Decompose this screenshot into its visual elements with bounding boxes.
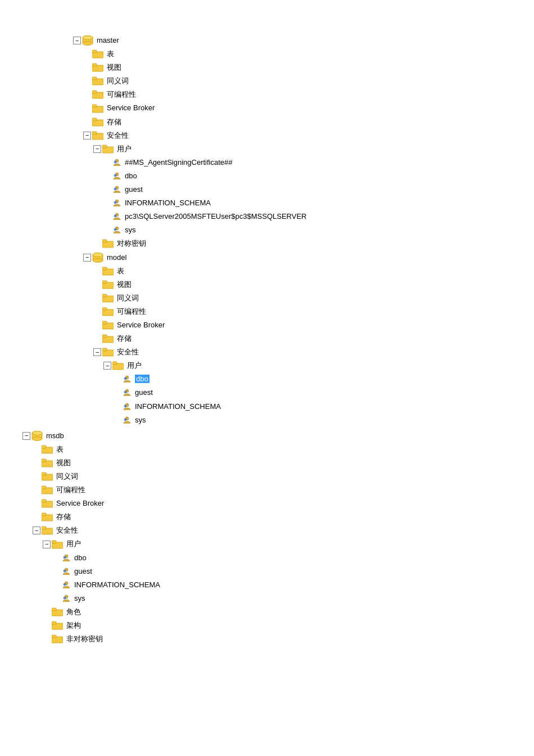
tree-node-model-users: − 用户 dbo guest INFORMATION_SCHEMA sys — [103, 359, 534, 426]
tree-row-msdbu1[interactable]: dbo — [53, 551, 534, 565]
tree-row-msdb-security[interactable]: − 安全性 — [33, 524, 534, 537]
node-label: 安全性 — [116, 346, 139, 358]
tree-row-msdb-synonym[interactable]: 同义词 — [33, 470, 534, 483]
expand-spacer — [114, 416, 121, 424]
tree-children: 表 视图 同义词 可编程性 Service Broker 存储− 安全性− 用户… — [93, 264, 534, 427]
tree-children: 表 视图 同义词 可编程性 Service Broker 存储− 安全性− 用户… — [83, 47, 534, 250]
collapse-btn[interactable]: − — [93, 348, 101, 356]
collapse-btn[interactable]: − — [83, 254, 91, 262]
svg-point-29 — [114, 201, 116, 204]
tree-row-master-users[interactable]: − 用户 — [93, 142, 534, 156]
folder-icon — [102, 145, 114, 154]
user-icon — [112, 226, 121, 235]
tree-row-mu6[interactable]: sys — [103, 223, 534, 237]
tree-row-mu1[interactable]: ##MS_AgentSigningCertificate## — [103, 156, 534, 169]
collapse-btn[interactable]: − — [73, 37, 81, 44]
tree-row-model[interactable]: − model — [83, 251, 534, 264]
tree-row-model-synonym[interactable]: 同义词 — [93, 291, 534, 305]
tree-row-model-prog[interactable]: 可编程性 — [93, 305, 534, 318]
collapse-btn[interactable]: − — [103, 362, 111, 370]
tree-row-master-synonym[interactable]: 同义词 — [83, 74, 534, 88]
expand-spacer — [53, 595, 61, 602]
tree-row-master-view[interactable]: 视图 — [83, 61, 534, 74]
node-label: guest — [124, 183, 143, 196]
tree-row-master-prog[interactable]: 可编程性 — [83, 88, 534, 101]
tree-row-msdb-view[interactable]: 视图 — [33, 456, 534, 470]
svg-rect-9 — [92, 64, 97, 66]
node-label: 表 — [55, 443, 64, 456]
tree-row-master-table[interactable]: 表 — [83, 47, 534, 61]
tree-row-master-symkey[interactable]: 对称密钥 — [93, 237, 534, 250]
tree-row-mu3[interactable]: guest — [103, 183, 534, 196]
svg-point-63 — [124, 405, 126, 407]
folder-icon — [52, 608, 63, 616]
node-label: 架构 — [65, 619, 81, 632]
tree-row-msdb-prog[interactable]: 可编程性 — [33, 483, 534, 497]
tree-row-msdb-table[interactable]: 表 — [33, 443, 534, 456]
tree-row-msdbu3[interactable]: INFORMATION_SCHEMA — [53, 578, 534, 592]
tree-row-model-users[interactable]: − 用户 — [103, 359, 534, 372]
svg-rect-21 — [102, 145, 107, 148]
tree-row-model-view[interactable]: 视图 — [93, 278, 534, 291]
node-label: INFORMATION_SCHEMA — [134, 400, 221, 413]
tree-row-msdbu4[interactable]: sys — [53, 592, 534, 605]
highlighted-label: dbo — [135, 375, 150, 383]
tree-row-mu2[interactable]: dbo — [103, 169, 534, 183]
tree-node-modu2: guest — [114, 386, 534, 399]
node-label: 视图 — [116, 278, 132, 291]
expand-spacer — [33, 486, 40, 494]
tree-row-master-sb[interactable]: Service Broker — [83, 101, 534, 115]
expand-spacer — [93, 267, 101, 275]
tree-node-modu3: INFORMATION_SCHEMA — [114, 400, 534, 413]
tree-row-model-table[interactable]: 表 — [93, 264, 534, 278]
node-label: dbo — [73, 552, 87, 564]
collapse-btn[interactable]: − — [43, 541, 51, 548]
tree-node-mu1: ##MS_AgentSigningCertificate## — [103, 156, 534, 169]
tree-row-msdb-asymkey[interactable]: 非对称密钥 — [43, 632, 534, 646]
node-label: guest — [134, 386, 153, 399]
tree-row-master-store[interactable]: 存储 — [83, 115, 534, 129]
node-label: 存储 — [106, 116, 121, 128]
tree-row-msdb[interactable]: − msdb — [22, 429, 534, 443]
tree-row-modu1[interactable]: dbo — [114, 372, 534, 386]
collapse-btn[interactable]: − — [22, 432, 30, 440]
folder-icon — [92, 63, 103, 72]
node-label: guest — [73, 565, 92, 578]
user-icon — [112, 158, 121, 167]
node-label: Service Broker — [55, 497, 104, 510]
tree-row-modu2[interactable]: guest — [114, 386, 534, 399]
node-label: 表 — [116, 265, 124, 277]
tree-row-model-security[interactable]: − 安全性 — [93, 345, 534, 359]
svg-rect-85 — [42, 526, 46, 529]
node-label: 视图 — [55, 457, 71, 469]
expand-spacer — [83, 77, 91, 85]
collapse-btn[interactable]: − — [33, 526, 40, 534]
tree-row-msdb-schema[interactable]: 架构 — [43, 619, 534, 632]
tree-row-mu5[interactable]: pc3\SQLServer2005MSFTEUser$pc3$MSSQLSERV… — [103, 210, 534, 223]
collapse-btn[interactable]: − — [83, 132, 91, 140]
folder-icon — [92, 50, 103, 58]
tree-row-msdb-roles[interactable]: 角色 — [43, 605, 534, 619]
tree-row-master-security[interactable]: − 安全性 — [83, 129, 534, 142]
expand-spacer — [103, 172, 111, 180]
expand-spacer — [33, 513, 40, 521]
tree-node-master-store: 存储 — [83, 115, 534, 129]
tree-row-master[interactable]: − master — [73, 34, 534, 47]
tree-row-model-store[interactable]: 存储 — [93, 332, 534, 345]
tree-row-modu3[interactable]: INFORMATION_SCHEMA — [114, 400, 534, 413]
svg-rect-49 — [102, 308, 107, 310]
tree-node-msdb-roles: 角色 — [43, 605, 534, 619]
tree-row-model-sb[interactable]: Service Broker — [93, 318, 534, 332]
tree-row-modu4[interactable]: sys — [114, 413, 534, 427]
tree-row-msdb-sb[interactable]: Service Broker — [33, 497, 534, 510]
tree-row-msdb-users[interactable]: − 用户 — [43, 537, 534, 551]
expand-spacer — [93, 294, 101, 302]
tree-row-msdbu2[interactable]: guest — [53, 565, 534, 578]
tree-row-msdb-store[interactable]: 存储 — [33, 510, 534, 524]
tree-row-mu4[interactable]: INFORMATION_SCHEMA — [103, 196, 534, 210]
node-label: Service Broker — [106, 102, 155, 114]
collapse-btn[interactable]: − — [93, 145, 101, 153]
svg-point-4 — [83, 42, 93, 46]
node-label: ##MS_AgentSigningCertificate## — [124, 156, 233, 169]
tree-node-master-sb: Service Broker — [83, 101, 534, 115]
